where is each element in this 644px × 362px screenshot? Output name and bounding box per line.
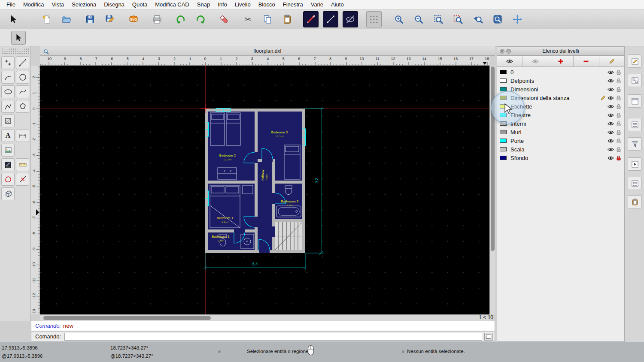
layer-visibility-eye-icon[interactable] — [606, 113, 615, 118]
vertical-scrollbar-thumb[interactable] — [491, 66, 495, 251]
layer-lock-icon[interactable] — [615, 138, 622, 144]
arc-tool-button[interactable] — [1, 71, 15, 84]
drawing-canvas[interactable]: Bedroom 2 12.3m² Bedroom 3 11.5m² Bedroo… — [40, 66, 489, 314]
image-tool-button[interactable] — [1, 144, 15, 157]
redo-button[interactable] — [193, 11, 208, 27]
command-input[interactable] — [64, 333, 482, 341]
paste-button[interactable] — [279, 11, 295, 27]
layer-visibility-eye-icon[interactable] — [606, 121, 615, 126]
svg-export-button[interactable]: SVG — [126, 11, 141, 27]
layer-lock-icon[interactable] — [615, 95, 622, 101]
menu-item[interactable]: Livello — [231, 0, 255, 9]
layer-visibility-eye-icon[interactable] — [606, 156, 615, 160]
zoom-window-button[interactable] — [490, 11, 505, 27]
print-preview-button[interactable] — [149, 11, 165, 27]
layer-visibility-eye-icon[interactable] — [606, 70, 615, 75]
save-button[interactable] — [82, 11, 98, 27]
detach-panel-button[interactable]: ❐ — [506, 49, 511, 54]
horizontal-scrollbar-thumb[interactable] — [43, 316, 211, 320]
menu-item[interactable]: Quota — [128, 0, 151, 9]
layer-row[interactable]: 0 — [497, 68, 624, 76]
layer-row[interactable]: Porte — [497, 136, 624, 145]
zoom-selection-button[interactable] — [450, 11, 466, 27]
grid-toggle-button[interactable] — [366, 11, 382, 27]
menu-item[interactable]: File — [3, 0, 19, 9]
dock-selection-filter-button[interactable] — [628, 137, 642, 151]
zoom-auto-button[interactable] — [431, 11, 446, 27]
open-file-button[interactable] — [59, 11, 74, 27]
cut-button[interactable]: ✂ — [240, 11, 255, 27]
menu-item[interactable]: Modifica CAD — [151, 0, 193, 9]
dock-panel-button[interactable] — [628, 94, 642, 108]
region-tool-button[interactable] — [1, 173, 15, 186]
layer-lock-icon[interactable] — [615, 155, 622, 161]
layer-visibility-eye-icon[interactable] — [606, 87, 615, 92]
line-tool-palette-button[interactable] — [16, 56, 29, 69]
layer-row[interactable]: Dimensioni — [497, 85, 624, 94]
dock-view-panel-button[interactable] — [628, 157, 642, 171]
draw-pen-button[interactable] — [303, 11, 319, 27]
menu-item[interactable]: Disegna — [100, 0, 128, 9]
layer-visibility-eye-icon[interactable] — [606, 104, 615, 109]
hatch-tool-button[interactable] — [1, 115, 15, 127]
layer-visibility-eye-icon[interactable] — [606, 78, 615, 83]
dock-library-browser-button[interactable] — [628, 74, 642, 87]
dock-list-button[interactable] — [628, 177, 642, 190]
menu-item[interactable]: Seleziona — [68, 0, 100, 9]
remove-layer-button[interactable] — [574, 56, 599, 66]
menu-item[interactable]: Aiuto — [327, 0, 348, 9]
layer-lock-icon[interactable] — [615, 121, 622, 127]
eraser-button[interactable] — [216, 11, 232, 27]
solid-tool-button[interactable] — [1, 187, 15, 200]
divide-tool-button[interactable] — [16, 173, 29, 186]
ellipse-tool-button[interactable] — [343, 11, 358, 27]
menu-item[interactable]: Blocco — [255, 0, 279, 9]
polyline-tool-button[interactable] — [1, 100, 15, 113]
measure-tool-button[interactable] — [1, 158, 15, 171]
horizontal-scrollbar[interactable] — [40, 314, 489, 321]
menu-item[interactable]: Info — [214, 0, 231, 9]
layer-lock-icon[interactable] — [615, 112, 622, 118]
new-file-button[interactable] — [39, 11, 55, 27]
menu-item[interactable]: Varie — [307, 0, 327, 9]
text-tool-button[interactable]: A — [1, 129, 15, 142]
selection-mode-button[interactable] — [11, 31, 26, 45]
hide-all-layers-button[interactable] — [522, 56, 548, 66]
copy-button[interactable] — [260, 11, 275, 27]
layer-lock-icon[interactable] — [615, 104, 622, 109]
layer-lock-icon[interactable] — [615, 87, 622, 92]
layer-lock-icon[interactable] — [615, 69, 622, 75]
save-as-button[interactable] — [102, 11, 118, 27]
palette-grip[interactable] — [2, 48, 29, 54]
floorplan-drawing[interactable]: Bedroom 2 12.3m² Bedroom 3 11.5m² Bedroo… — [199, 104, 328, 274]
zoom-out-button[interactable] — [411, 11, 426, 27]
menu-item[interactable]: Snap — [193, 0, 214, 9]
layer-row[interactable]: Defpoints — [497, 76, 624, 85]
ruler-tool-button[interactable] — [16, 158, 29, 171]
zoom-in-button[interactable] — [391, 11, 407, 27]
line-tool-button[interactable] — [323, 11, 338, 27]
layer-visibility-eye-icon[interactable] — [606, 96, 615, 100]
add-layer-button[interactable] — [548, 56, 574, 66]
pan-button[interactable] — [510, 11, 525, 27]
command-panel-toggle-button[interactable] — [484, 333, 493, 341]
points-tool-button[interactable] — [1, 56, 15, 69]
edit-layer-button[interactable] — [599, 56, 624, 66]
dock-block-list-button[interactable] — [628, 118, 642, 131]
select-tool-button[interactable] — [6, 11, 21, 27]
menu-item[interactable]: Finestra — [279, 0, 307, 9]
layer-lock-icon[interactable] — [615, 78, 622, 84]
ellipse-tool-palette-button[interactable] — [1, 85, 15, 98]
layer-visibility-eye-icon[interactable] — [606, 130, 615, 135]
panel-reveal-arrow[interactable] — [36, 209, 39, 215]
layer-lock-icon[interactable] — [615, 147, 622, 152]
spline-tool-button[interactable] — [16, 85, 29, 98]
dock-property-editor-button[interactable] — [628, 54, 642, 68]
layer-visibility-eye-icon[interactable] — [606, 147, 615, 152]
layer-row[interactable]: Scala — [497, 145, 624, 154]
show-all-layers-button[interactable] — [497, 56, 522, 66]
zoom-previous-button[interactable] — [470, 11, 486, 27]
layer-lock-icon[interactable] — [615, 130, 622, 135]
menu-item[interactable]: Vista — [48, 0, 68, 9]
polygon-tool-button[interactable] — [16, 100, 29, 113]
